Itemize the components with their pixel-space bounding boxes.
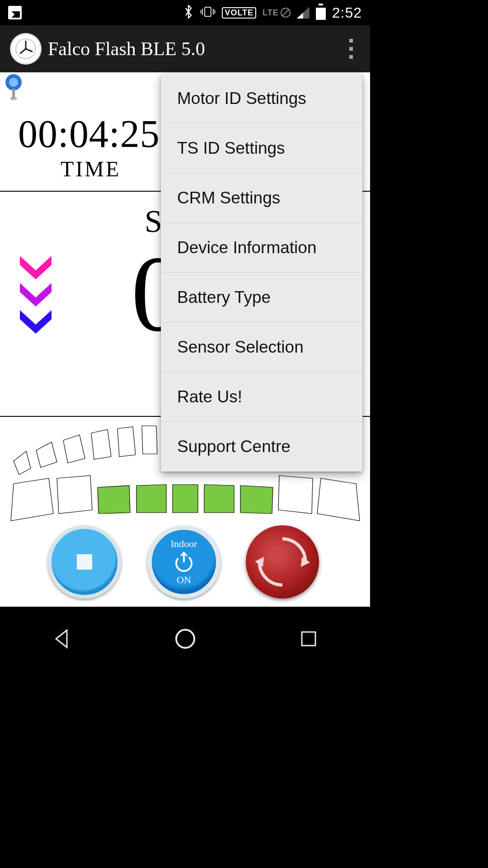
svg-marker-18 bbox=[204, 485, 234, 513]
overflow-menu-button[interactable] bbox=[342, 35, 360, 62]
signal-icon bbox=[297, 7, 310, 19]
rotate-arrows-icon bbox=[253, 533, 312, 591]
svg-point-25 bbox=[176, 630, 194, 648]
nav-back-button[interactable] bbox=[51, 627, 73, 652]
svg-marker-11 bbox=[117, 427, 136, 457]
emergency-stop-button[interactable] bbox=[246, 525, 319, 599]
system-nav-bar bbox=[0, 614, 370, 658]
status-bar: VOLTE LTE 2:52 bbox=[0, 0, 370, 25]
indoor-top-label: Indoor bbox=[171, 538, 197, 550]
svg-marker-21 bbox=[317, 478, 360, 521]
nav-home-button[interactable] bbox=[174, 627, 197, 652]
status-clock: 2:52 bbox=[332, 5, 362, 21]
bluetooth-icon bbox=[183, 5, 194, 21]
power-icon bbox=[173, 551, 195, 573]
image-notification-icon bbox=[8, 6, 22, 19]
svg-marker-19 bbox=[240, 486, 273, 514]
overflow-menu: Motor ID Settings TS ID Settings CRM Set… bbox=[161, 74, 362, 472]
svg-marker-12 bbox=[142, 426, 157, 454]
svg-point-2 bbox=[25, 48, 27, 50]
svg-marker-8 bbox=[36, 442, 57, 467]
down-chevrons-icon bbox=[18, 254, 53, 335]
menu-item-battery-type[interactable]: Battery Type bbox=[161, 273, 362, 322]
time-label: TIME bbox=[61, 156, 121, 181]
beacon-icon bbox=[0, 72, 28, 104]
no-data-icon bbox=[281, 8, 291, 18]
menu-item-device-information[interactable]: Device Information bbox=[161, 223, 362, 273]
svg-point-4 bbox=[9, 78, 18, 87]
app-logo-icon bbox=[10, 33, 42, 65]
stop-button[interactable] bbox=[48, 525, 121, 599]
menu-item-support-centre[interactable]: Support Centre bbox=[161, 422, 362, 472]
svg-rect-6 bbox=[12, 89, 15, 99]
svg-marker-7 bbox=[14, 451, 31, 475]
svg-marker-9 bbox=[63, 435, 85, 463]
svg-marker-10 bbox=[91, 429, 111, 459]
svg-marker-16 bbox=[136, 485, 166, 513]
indoor-toggle-button[interactable]: Indoor ON bbox=[147, 525, 221, 599]
lte-label: LTE bbox=[263, 8, 279, 18]
battery-icon bbox=[316, 5, 326, 20]
svg-marker-14 bbox=[57, 476, 92, 514]
bottom-strip bbox=[0, 607, 370, 614]
time-value: 00:04:25 bbox=[18, 111, 160, 156]
status-left bbox=[8, 6, 22, 19]
svg-marker-15 bbox=[98, 486, 130, 514]
menu-item-sensor-selection[interactable]: Sensor Selection bbox=[161, 322, 362, 372]
menu-item-rate-us[interactable]: Rate Us! bbox=[161, 372, 362, 422]
app-title: Falco Flash BLE 5.0 bbox=[48, 38, 342, 60]
vibrate-icon bbox=[200, 5, 216, 21]
indoor-bottom-label: ON bbox=[177, 574, 191, 586]
menu-item-crm-settings[interactable]: CRM Settings bbox=[161, 173, 362, 223]
svg-rect-26 bbox=[302, 632, 315, 646]
svg-marker-20 bbox=[278, 476, 313, 514]
menu-item-ts-id-settings[interactable]: TS ID Settings bbox=[161, 123, 362, 173]
menu-item-motor-id-settings[interactable]: Motor ID Settings bbox=[161, 74, 362, 123]
svg-rect-0 bbox=[205, 7, 211, 16]
status-right: VOLTE LTE 2:52 bbox=[183, 5, 362, 21]
volte-icon: VOLTE bbox=[222, 7, 256, 19]
app-bar: Falco Flash BLE 5.0 bbox=[0, 25, 370, 72]
svg-marker-13 bbox=[11, 478, 53, 521]
nav-recents-button[interactable] bbox=[297, 627, 320, 652]
stop-icon bbox=[77, 554, 92, 570]
svg-marker-17 bbox=[173, 485, 198, 513]
